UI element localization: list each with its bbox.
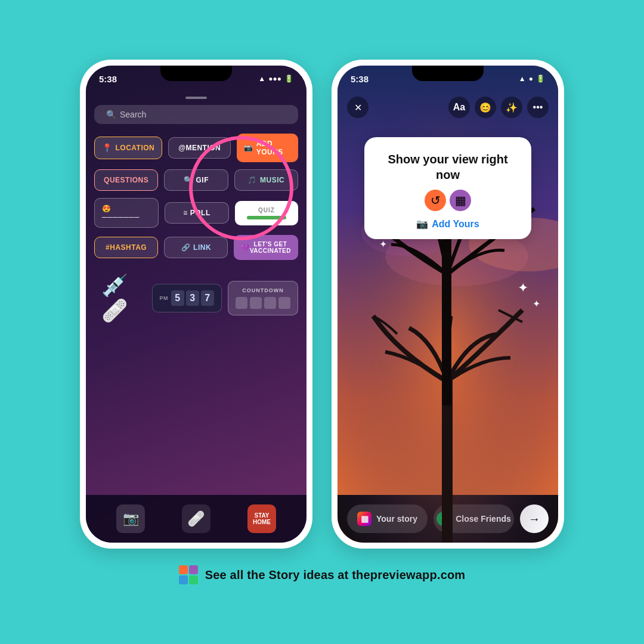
wifi-icon-right: ▲ (519, 75, 526, 83)
smiley-icon: 😊 (479, 102, 491, 113)
sticker-location-btn[interactable]: 📍 LOCatIon (94, 137, 162, 159)
sticker-clock-btn[interactable]: PM 5 3 7 (152, 284, 222, 312)
poll-icon: ≡ (183, 209, 188, 217)
vaccine-emoji-icon: 💉🩹 (101, 273, 139, 323)
svg-rect-9 (189, 575, 198, 584)
sparkle-button[interactable]: ✨ (501, 97, 522, 118)
sparkle-left-2: ✦ (379, 239, 387, 250)
sparkle-icon: ✨ (506, 102, 518, 113)
digit-7: 7 (201, 290, 214, 306)
countdown-label: COUNTDOWN (242, 287, 284, 293)
sticker-emoji-btn[interactable]: 😍 ─────── (94, 198, 159, 228)
card-icons: ↺ ▦ (425, 190, 471, 211)
status-bar-right: 5:38 ▲ ● 🔋 (338, 66, 558, 92)
aa-text-icon: Aa (453, 102, 465, 113)
countdown-block-1 (236, 297, 247, 309)
sticker-link-btn[interactable]: 🔗 LINK (164, 237, 228, 258)
countdown-block-3 (264, 297, 276, 309)
stay-home-bottom[interactable]: STAY HOME (247, 504, 276, 533)
sticker-mention-btn[interactable]: @MENTION (168, 137, 231, 159)
close-button[interactable]: ✕ (347, 97, 369, 118)
sticker-row-2: QUESTIONS 🔍 GIF 🎵 MUSIC (94, 169, 298, 191)
toolbar-right-buttons: Aa 😊 ✨ ••• (448, 97, 549, 118)
right-phone-inner: ✦ ✦ ✦ ✦ ✦ 5:38 ▲ ● 🔋 ✕ Aa (338, 66, 558, 543)
vaccinated-icon: 💜 (241, 244, 250, 252)
footer: See all the Story ideas at thepreviewapp… (179, 565, 466, 584)
sticker-gif-btn[interactable]: 🔍 GIF (164, 169, 228, 191)
sticker-bottom-icon[interactable]: 🩹 (182, 504, 210, 533)
card-icon-1: ↺ (425, 190, 446, 211)
signal-icon-right: ● (529, 75, 533, 83)
sticker-vaccinated-btn[interactable]: 💜 LET'S GET VACCINATED (234, 235, 298, 260)
camera-icon: 📷 (244, 144, 253, 152)
text-button[interactable]: Aa (448, 97, 470, 118)
bottom-bar-left: 📷 🩹 STAY HOME (86, 495, 306, 543)
add-yours-text: Add Yours (432, 219, 479, 230)
search-gif-icon: 🔍 (184, 176, 193, 184)
digit-5: 5 (171, 290, 184, 306)
sticker-content: 🔍 Search 📍 LOCatIon @MENTION 📷 ADD YOURS (86, 92, 306, 543)
gif-label: GIF (196, 176, 209, 184)
add-yours-camera-icon: 📷 (416, 218, 428, 230)
more-icon: ••• (533, 102, 543, 113)
poll-label: POLL (190, 209, 210, 217)
sticker-quiz-btn[interactable]: QUIZ (235, 201, 298, 225)
preview-app-logo (179, 565, 198, 584)
status-time-left: 5:38 (99, 74, 117, 84)
sticker-row-4: #HASHTAG 🔗 LINK 💜 LET'S GET VACCINATED (94, 235, 298, 260)
location-dot-icon: 📍 (102, 143, 113, 153)
digit-3: 3 (186, 290, 199, 306)
card-title: Show your view right now (376, 151, 519, 182)
drag-handle[interactable] (185, 97, 207, 99)
mention-label: @MENTION (178, 144, 221, 152)
link-icon: 🔗 (181, 243, 191, 252)
quiz-bar (247, 216, 286, 219)
left-phone: 5:38 ▲ ●●● 🔋 🔍 Search 📍 LOCatIon (80, 60, 312, 549)
countdown-digits: PM 5 3 7 (160, 290, 215, 306)
face-button[interactable]: 😊 (475, 97, 496, 118)
sticker-countdown-btn[interactable]: COUNTDOWN (228, 281, 298, 315)
search-bar[interactable]: 🔍 Search (94, 105, 298, 124)
sparkle-right-2: ✦ (532, 298, 540, 309)
svg-rect-6 (179, 565, 188, 574)
hashtag-label: #HASHTAG (106, 243, 147, 252)
sticker-addyours-btn[interactable]: 📷 ADD YOURS (237, 134, 298, 162)
sticker-poll-btn[interactable]: ≡ POLL (165, 202, 229, 224)
countdown-block-4 (278, 297, 290, 309)
add-yours-button[interactable]: 📷 Add Yours (416, 218, 479, 230)
pm-label: PM (160, 295, 169, 301)
sticker-vaccine-sticker[interactable]: 💉🩹 (94, 267, 146, 329)
location-label: LOCatIon (116, 144, 155, 152)
svg-rect-8 (179, 575, 188, 584)
sticker-row-3: 😍 ─────── ≡ POLL QUIZ (94, 198, 298, 228)
status-icons-right: ▲ ● 🔋 (519, 75, 545, 83)
sticker-hashtag-btn[interactable]: #HASHTAG (94, 237, 158, 258)
notch-left (160, 66, 232, 81)
countdown-blocks (236, 297, 290, 309)
svg-rect-7 (189, 565, 198, 574)
add-yours-card: Show your view right now ↺ ▦ 📷 Add Yours (364, 137, 531, 239)
countdown-block-2 (250, 297, 262, 309)
story-toolbar: ✕ Aa 😊 ✨ ••• (338, 92, 558, 123)
wifi-icon: ▲ (258, 75, 265, 83)
questions-label: QUESTIONS (104, 176, 148, 184)
battery-icon-right: 🔋 (536, 75, 545, 83)
camera-bottom-icon[interactable]: 📷 (116, 504, 145, 533)
battery-icon: 🔋 (284, 75, 293, 83)
bandage-icon: 🩹 (187, 510, 205, 527)
status-icons-left: ▲ ●●● 🔋 (258, 75, 293, 83)
status-time-right: 5:38 (351, 74, 369, 84)
music-bars-icon: 🎵 (247, 176, 257, 184)
sticker-questions-btn[interactable]: QUESTIONS (94, 169, 158, 191)
music-label: MUSIC (260, 176, 284, 184)
card-icon-2: ▦ (450, 190, 471, 211)
search-icon: 🔍 (106, 110, 116, 119)
emoji-slider-icon: 😍 ─────── (102, 205, 151, 221)
signal-icon: ●●● (268, 75, 281, 83)
link-label: LINK (193, 243, 211, 252)
quiz-inner: QUIZ (242, 207, 291, 219)
more-button[interactable]: ••• (527, 97, 549, 118)
search-placeholder: Search (120, 110, 146, 119)
sticker-music-btn[interactable]: 🎵 MUSIC (234, 169, 298, 191)
sticker-row-5: 💉🩹 PM 5 3 7 COUNTDOWN (94, 267, 298, 329)
